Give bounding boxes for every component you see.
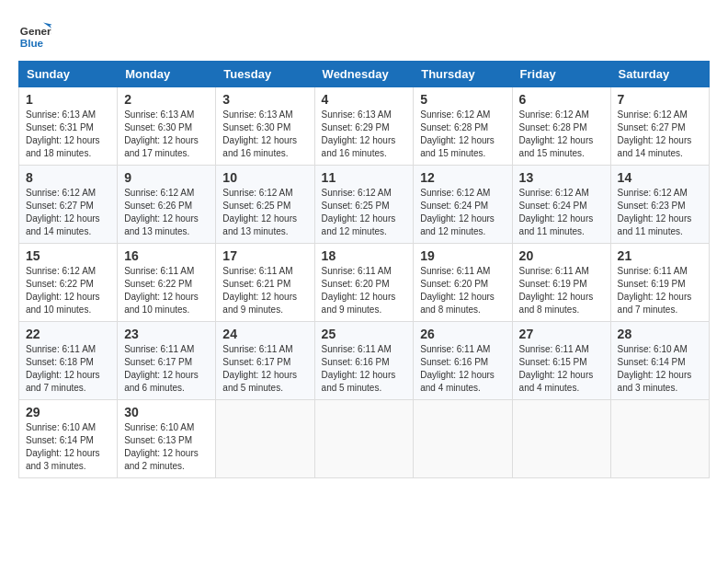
day-number: 10 xyxy=(222,170,307,185)
day-info: Sunrise: 6:11 AM Sunset: 6:19 PM Dayligh… xyxy=(618,265,702,316)
day-info: Sunrise: 6:11 AM Sunset: 6:18 PM Dayligh… xyxy=(26,343,110,395)
day-info: Sunrise: 6:11 AM Sunset: 6:17 PM Dayligh… xyxy=(222,343,307,395)
calendar: SundayMondayTuesdayWednesdayThursdayFrid… xyxy=(18,61,710,478)
weekday-header: Monday xyxy=(118,62,216,87)
logo: General Blue xyxy=(18,18,55,52)
calendar-cell: 6Sunrise: 6:12 AM Sunset: 6:28 PM Daylig… xyxy=(512,87,610,166)
day-number: 16 xyxy=(124,248,209,263)
calendar-cell xyxy=(414,400,512,478)
day-info: Sunrise: 6:11 AM Sunset: 6:19 PM Dayligh… xyxy=(519,265,604,316)
day-info: Sunrise: 6:11 AM Sunset: 6:16 PM Dayligh… xyxy=(322,343,407,395)
day-number: 1 xyxy=(26,92,110,107)
weekday-header: Thursday xyxy=(414,62,512,87)
day-number: 30 xyxy=(124,405,209,419)
calendar-cell: 10Sunrise: 6:12 AM Sunset: 6:25 PM Dayli… xyxy=(216,166,314,244)
day-number: 15 xyxy=(26,248,110,263)
day-number: 11 xyxy=(322,170,407,185)
weekday-header: Wednesday xyxy=(314,62,414,87)
day-info: Sunrise: 6:11 AM Sunset: 6:16 PM Dayligh… xyxy=(420,343,505,395)
calendar-cell: 19Sunrise: 6:11 AM Sunset: 6:20 PM Dayli… xyxy=(414,244,512,322)
calendar-cell: 9Sunrise: 6:12 AM Sunset: 6:26 PM Daylig… xyxy=(118,166,216,244)
day-info: Sunrise: 6:13 AM Sunset: 6:29 PM Dayligh… xyxy=(322,109,407,160)
day-info: Sunrise: 6:12 AM Sunset: 6:25 PM Dayligh… xyxy=(222,187,307,238)
calendar-cell xyxy=(512,400,610,478)
calendar-cell: 13Sunrise: 6:12 AM Sunset: 6:24 PM Dayli… xyxy=(512,166,610,244)
calendar-cell: 27Sunrise: 6:11 AM Sunset: 6:15 PM Dayli… xyxy=(512,322,610,400)
calendar-week-row: 15Sunrise: 6:12 AM Sunset: 6:22 PM Dayli… xyxy=(19,244,710,322)
calendar-week-row: 8Sunrise: 6:12 AM Sunset: 6:27 PM Daylig… xyxy=(19,166,710,244)
day-info: Sunrise: 6:12 AM Sunset: 6:23 PM Dayligh… xyxy=(618,187,702,238)
calendar-cell: 15Sunrise: 6:12 AM Sunset: 6:22 PM Dayli… xyxy=(19,244,118,322)
calendar-week-row: 29Sunrise: 6:10 AM Sunset: 6:14 PM Dayli… xyxy=(19,400,710,478)
weekday-header: Tuesday xyxy=(216,62,314,87)
day-info: Sunrise: 6:10 AM Sunset: 6:14 PM Dayligh… xyxy=(618,343,702,395)
day-info: Sunrise: 6:12 AM Sunset: 6:24 PM Dayligh… xyxy=(420,187,505,238)
day-number: 3 xyxy=(222,92,307,107)
weekday-header: Saturday xyxy=(610,62,709,87)
day-number: 4 xyxy=(322,92,407,107)
calendar-cell: 7Sunrise: 6:12 AM Sunset: 6:27 PM Daylig… xyxy=(610,87,709,166)
calendar-cell xyxy=(610,400,709,478)
calendar-week-row: 22Sunrise: 6:11 AM Sunset: 6:18 PM Dayli… xyxy=(19,322,710,400)
calendar-cell: 1Sunrise: 6:13 AM Sunset: 6:31 PM Daylig… xyxy=(19,87,118,166)
calendar-cell: 3Sunrise: 6:13 AM Sunset: 6:30 PM Daylig… xyxy=(216,87,314,166)
calendar-cell: 17Sunrise: 6:11 AM Sunset: 6:21 PM Dayli… xyxy=(216,244,314,322)
svg-text:Blue: Blue xyxy=(20,37,44,49)
calendar-cell: 29Sunrise: 6:10 AM Sunset: 6:14 PM Dayli… xyxy=(19,400,118,478)
logo-icon: General Blue xyxy=(18,18,51,52)
calendar-header: SundayMondayTuesdayWednesdayThursdayFrid… xyxy=(19,62,710,87)
day-number: 22 xyxy=(26,327,110,341)
day-info: Sunrise: 6:12 AM Sunset: 6:24 PM Dayligh… xyxy=(519,187,604,238)
day-info: Sunrise: 6:12 AM Sunset: 6:22 PM Dayligh… xyxy=(26,265,110,316)
day-info: Sunrise: 6:13 AM Sunset: 6:30 PM Dayligh… xyxy=(222,109,307,160)
day-number: 13 xyxy=(519,170,604,185)
day-number: 18 xyxy=(322,248,407,263)
day-info: Sunrise: 6:12 AM Sunset: 6:28 PM Dayligh… xyxy=(420,109,505,160)
calendar-cell: 28Sunrise: 6:10 AM Sunset: 6:14 PM Dayli… xyxy=(610,322,709,400)
day-info: Sunrise: 6:12 AM Sunset: 6:28 PM Dayligh… xyxy=(519,109,604,160)
calendar-cell xyxy=(216,400,314,478)
day-number: 17 xyxy=(222,248,307,263)
day-number: 21 xyxy=(618,248,702,263)
day-number: 5 xyxy=(420,92,505,107)
day-info: Sunrise: 6:13 AM Sunset: 6:30 PM Dayligh… xyxy=(124,109,209,160)
day-info: Sunrise: 6:11 AM Sunset: 6:21 PM Dayligh… xyxy=(222,265,307,316)
calendar-cell: 26Sunrise: 6:11 AM Sunset: 6:16 PM Dayli… xyxy=(414,322,512,400)
day-info: Sunrise: 6:11 AM Sunset: 6:15 PM Dayligh… xyxy=(519,343,604,395)
calendar-cell: 22Sunrise: 6:11 AM Sunset: 6:18 PM Dayli… xyxy=(19,322,118,400)
weekday-header: Friday xyxy=(512,62,610,87)
calendar-cell: 21Sunrise: 6:11 AM Sunset: 6:19 PM Dayli… xyxy=(610,244,709,322)
day-number: 14 xyxy=(618,170,702,185)
day-info: Sunrise: 6:10 AM Sunset: 6:13 PM Dayligh… xyxy=(124,421,209,473)
calendar-cell: 5Sunrise: 6:12 AM Sunset: 6:28 PM Daylig… xyxy=(414,87,512,166)
calendar-cell: 23Sunrise: 6:11 AM Sunset: 6:17 PM Dayli… xyxy=(118,322,216,400)
svg-text:General: General xyxy=(20,25,51,37)
calendar-cell: 24Sunrise: 6:11 AM Sunset: 6:17 PM Dayli… xyxy=(216,322,314,400)
day-info: Sunrise: 6:12 AM Sunset: 6:27 PM Dayligh… xyxy=(26,187,110,238)
day-number: 2 xyxy=(124,92,209,107)
day-number: 23 xyxy=(124,327,209,341)
calendar-cell: 4Sunrise: 6:13 AM Sunset: 6:29 PM Daylig… xyxy=(314,87,414,166)
day-number: 26 xyxy=(420,327,505,341)
day-info: Sunrise: 6:10 AM Sunset: 6:14 PM Dayligh… xyxy=(26,421,110,473)
calendar-week-row: 1Sunrise: 6:13 AM Sunset: 6:31 PM Daylig… xyxy=(19,87,710,166)
day-number: 6 xyxy=(519,92,604,107)
day-info: Sunrise: 6:12 AM Sunset: 6:26 PM Dayligh… xyxy=(124,187,209,238)
calendar-cell: 30Sunrise: 6:10 AM Sunset: 6:13 PM Dayli… xyxy=(118,400,216,478)
day-info: Sunrise: 6:11 AM Sunset: 6:20 PM Dayligh… xyxy=(322,265,407,316)
day-number: 8 xyxy=(26,170,110,185)
header: General Blue xyxy=(18,18,710,52)
calendar-cell: 8Sunrise: 6:12 AM Sunset: 6:27 PM Daylig… xyxy=(19,166,118,244)
day-info: Sunrise: 6:11 AM Sunset: 6:22 PM Dayligh… xyxy=(124,265,209,316)
day-info: Sunrise: 6:11 AM Sunset: 6:17 PM Dayligh… xyxy=(124,343,209,395)
day-number: 20 xyxy=(519,248,604,263)
day-number: 12 xyxy=(420,170,505,185)
day-number: 7 xyxy=(618,92,702,107)
day-number: 27 xyxy=(519,327,604,341)
day-number: 24 xyxy=(222,327,307,341)
day-number: 29 xyxy=(26,405,110,419)
calendar-cell xyxy=(314,400,414,478)
day-number: 28 xyxy=(618,327,702,341)
day-number: 19 xyxy=(420,248,505,263)
calendar-cell: 25Sunrise: 6:11 AM Sunset: 6:16 PM Dayli… xyxy=(314,322,414,400)
